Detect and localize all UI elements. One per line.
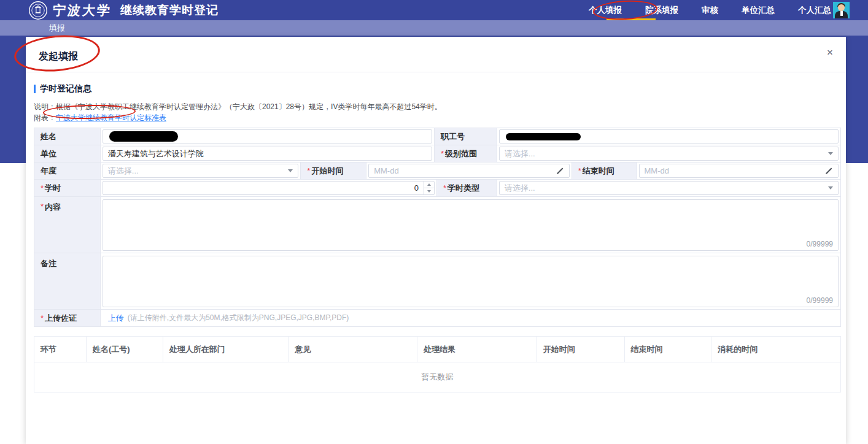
content-label: *内容 [34,197,101,253]
stepper-controls [424,182,434,194]
start-time-cell: MM-dd [366,163,572,179]
hours-type-label: *学时类型 [437,180,497,196]
sub-tabbar: 填报 [0,20,868,36]
top-navbar: 宁波大学 继续教育学时登记 个人填报 院系填报 审核 单位汇总 个人汇总 [0,0,868,20]
nav-item-personal-fill[interactable]: 个人填报 [589,5,622,16]
col-elapsed-time: 消耗的时间 [711,337,840,362]
hours-type-cell: 请选择... [497,180,840,196]
name-redaction [109,131,178,142]
unit-label: 单位 [34,145,101,162]
form-row-year-dates: 年度 请选择... *开始时间 MM-dd *结束时 [34,163,840,180]
col-handler-dept: 处理人所在部门 [163,337,289,362]
name-field [103,129,432,144]
upload-evidence-label: *上传佐证 [34,310,101,326]
stepper-up-button[interactable] [424,182,434,188]
remark-cell: 0/99999 [101,253,840,309]
hours-label: *学时 [34,180,101,196]
year-cell: 请选择... [101,163,301,179]
col-end-time: 结束时间 [625,337,712,362]
hours-type-select[interactable]: 请选择... [499,181,839,195]
nav-item-department-fill[interactable]: 院系填报 [645,5,678,16]
form-row-content: *内容 0/99999 [34,197,840,253]
appendix-label: 附表： [34,113,56,122]
section-title: 学时登记信息 [40,83,91,94]
level-range-label: *级别范围 [435,145,497,162]
user-avatar[interactable] [833,2,850,18]
remark-textarea[interactable]: 0/99999 [103,256,839,307]
col-result: 处理结果 [417,337,537,362]
university-name: 宁波大学 [52,2,113,19]
unit-cell: 潘天寿建筑与艺术设计学院 [101,145,435,162]
content-char-counter: 0/99999 [807,240,833,248]
section-accent-bar [34,85,36,93]
employee-id-cell [497,128,840,145]
end-time-cell: MM-dd [637,163,840,179]
nav-item-unit-summary[interactable]: 单位汇总 [742,5,775,16]
remark-label: 备注 [34,253,101,309]
form-row-hours: *学时 0 *学时类型 请选择... [34,180,840,197]
appendix-link[interactable]: 宁波大学继续教育学时认定标准表 [56,113,166,122]
hours-value: 0 [103,182,424,194]
policy-note: 说明：根据《宁波大学教职工继续教育学时认定管理办法》（宁大政〔2021〕28号）… [34,102,838,112]
credit-hours-form: 姓名 职工号 单位 潘天寿建筑与艺术设计学院 [34,128,841,327]
start-time-label: *开始时间 [301,163,366,179]
employee-id-redaction [506,133,581,140]
app-title: 继续教育学时登记 [120,2,219,18]
year-label: 年度 [34,163,101,179]
initiate-fill-modal: 发起填报 × 学时登记信息 说明：根据《宁波大学教职工继续教育学时认定管理办法》… [26,37,846,444]
pencil-icon [556,167,564,175]
close-icon[interactable]: × [824,47,836,59]
section-header: 学时登记信息 [34,83,838,94]
process-table: 环节 姓名(工号) 处理人所在部门 意见 处理结果 开始时间 结束时间 消耗的时… [34,336,841,392]
employee-id-field [499,129,839,144]
upload-hint: (请上传附件,文件最大为50M,格式限制为PNG,JPEG,JPG,BMP,PD… [128,313,349,323]
upload-cell: 上传 (请上传附件,文件最大为50M,格式限制为PNG,JPEG,JPG,BMP… [101,310,840,326]
university-seal-logo [28,1,48,20]
remark-char-counter: 0/99999 [807,296,833,305]
employee-id-label: 职工号 [435,128,497,145]
arrow-up-icon [427,183,431,186]
nav-item-review[interactable]: 审核 [702,5,718,16]
top-nav: 个人填报 院系填报 审核 单位汇总 个人汇总 [589,0,831,20]
hours-cell: 0 [101,180,437,196]
chevron-down-icon [288,169,293,172]
form-row-unit: 单位 潘天寿建筑与艺术设计学院 *级别范围 请选择... [34,145,840,163]
col-opinion: 意见 [289,337,417,362]
content-cell: 0/99999 [101,197,840,253]
empty-table-placeholder: 暂无数据 [34,362,840,392]
level-range-cell: 请选择... [497,145,840,162]
tab-fill-report[interactable]: 填报 [49,23,65,34]
arrow-down-icon [427,190,431,193]
appendix-line: 附表：宁波大学继续教育学时认定标准表 [34,113,838,123]
process-table-header: 环节 姓名(工号) 处理人所在部门 意见 处理结果 开始时间 结束时间 消耗的时… [34,337,840,362]
start-date-input[interactable]: MM-dd [368,164,569,178]
form-row-remark: 备注 0/99999 [34,253,840,310]
end-date-input[interactable]: MM-dd [639,164,839,178]
modal-header: 发起填报 × [26,37,846,72]
unit-value: 潘天寿建筑与艺术设计学院 [108,148,204,159]
modal-body: 学时登记信息 说明：根据《宁波大学教职工继续教育学时认定管理办法》（宁大政〔20… [26,72,846,392]
name-label: 姓名 [34,128,101,145]
upload-button[interactable]: 上传 [108,313,124,324]
form-row-name: 姓名 职工号 [34,128,840,145]
col-start-time: 开始时间 [537,337,625,362]
modal-title: 发起填报 [39,50,78,63]
end-time-label: *结束时间 [572,163,637,179]
hours-stepper[interactable]: 0 [103,181,435,195]
col-name-id: 姓名(工号) [87,337,163,362]
avatar-face [838,4,845,11]
content-textarea[interactable]: 0/99999 [103,199,839,251]
pencil-icon [824,167,833,175]
name-cell [101,128,435,145]
unit-field: 潘天寿建筑与艺术设计学院 [103,147,432,161]
nav-item-personal-summary[interactable]: 个人汇总 [798,5,831,16]
stepper-down-button[interactable] [424,188,434,194]
form-row-upload: *上传佐证 上传 (请上传附件,文件最大为50M,格式限制为PNG,JPEG,J… [34,310,840,327]
avatar-shirt [840,11,843,16]
chevron-down-icon [828,152,833,155]
chevron-down-icon [828,186,833,189]
level-range-select[interactable]: 请选择... [499,147,839,161]
col-step: 环节 [34,337,87,362]
year-select[interactable]: 请选择... [103,164,299,178]
brand: 宁波大学 继续教育学时登记 [0,1,219,20]
